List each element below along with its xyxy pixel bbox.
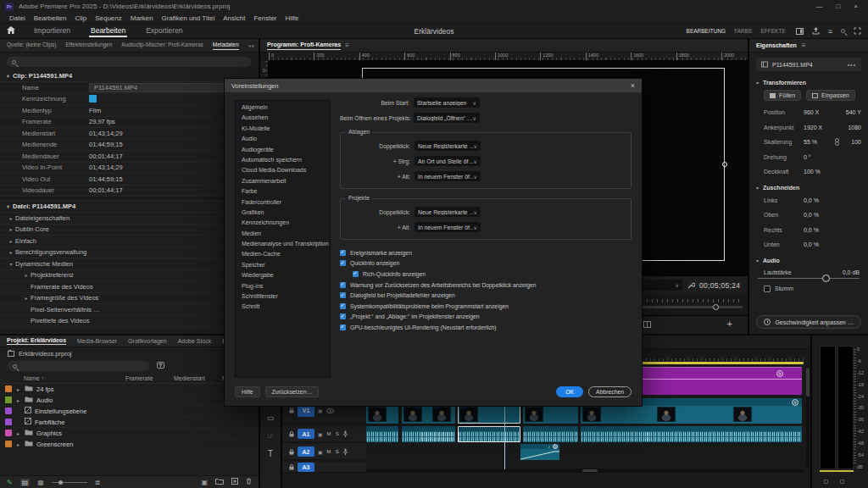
label-color-chip[interactable] [5,385,12,392]
panel-tab[interactable]: Metadaten [213,42,239,50]
column-medienstart[interactable]: Medienstart [174,375,222,381]
preferences-category-item[interactable]: Wiedergabe [236,270,330,280]
panel-tab[interactable]: Audioclip-Mischer: Profi-Kameras [121,42,203,50]
menu-item[interactable]: Datei [5,14,30,22]
maximize-button[interactable]: □ [836,3,840,10]
new-item-icon[interactable] [231,478,238,486]
rotation-value[interactable]: 0 ° [804,154,834,160]
preferences-category-item[interactable]: Kennzeichnungen [236,218,330,228]
workspace-button[interactable]: FARBE [734,28,752,34]
metadata-tree-item[interactable]: ▸ Einfach [0,236,259,247]
filter-bin-icon[interactable] [157,362,164,370]
disclosure-icon[interactable]: ▸ [15,397,21,403]
checkbox-checked-icon[interactable] [340,313,346,319]
project-item-row[interactable]: ▸ Farbfläche [0,417,259,428]
track-target-a1[interactable]: A1 [298,429,314,439]
lock-icon[interactable] [289,431,294,437]
mute-checkbox[interactable] [764,286,771,292]
metadata-tree-item[interactable]: ▸ Framegröße des Videos [0,293,259,305]
panel-tab[interactable]: Grafikvorlagen [128,338,167,344]
audio-clip-selected[interactable] [458,426,520,442]
tree-chevron-icon[interactable]: ▸ [22,295,31,301]
meter-channel-toggles[interactable] [824,480,844,484]
home-icon[interactable] [7,26,15,36]
item-name[interactable]: Farbfläche [35,419,64,426]
sync-lock-icon[interactable]: ▣ [318,431,323,437]
metadata-value[interactable]: 01;43;14;29 [89,130,123,137]
more-options-icon[interactable]: ••• [848,62,856,68]
quick-export-icon[interactable] [812,27,820,35]
metadata-value[interactable]: 01;43;14;29 [89,164,123,171]
metadata-search-input[interactable] [7,57,252,67]
panel-tab[interactable]: Effekteinstellungen [66,42,113,50]
metadata-value[interactable]: 01;44;59;15 [89,175,123,183]
item-name[interactable]: Einstellungsebene [35,408,86,415]
rectangle-tool-icon[interactable]: ▭ [267,413,275,422]
comparison-view-icon[interactable] [643,321,651,330]
anchor-y-value[interactable]: 1080 [843,125,861,130]
help-button[interactable]: Hilfe [235,386,260,397]
sort-options-icon[interactable]: ≣ [95,479,101,486]
preferences-category-item[interactable]: Farbe [236,186,330,197]
scale-value[interactable]: 55 % [804,139,834,145]
menu-item[interactable]: Bearbeiten [30,14,71,22]
label-color-chip[interactable] [5,419,12,425]
sync-lock-icon[interactable]: ▣ [318,449,323,455]
edit-pencil-icon[interactable]: ✎ [7,479,13,486]
preference-checkbox-row[interactable]: Ereignismarke anzeigen [340,247,632,258]
lock-icon[interactable] [289,449,294,455]
audio-clip[interactable] [402,426,455,442]
audio-clip[interactable] [523,426,578,442]
panel-tab[interactable]: Quelle: (keine Clips) [7,42,57,50]
metadata-tree-item[interactable]: ▸ Projektreferenz [0,270,259,282]
preferences-category-item[interactable]: Aussehen [236,113,330,123]
position-y-value[interactable]: 540 Y [843,109,861,115]
checkbox-checked-icon[interactable] [340,324,346,330]
menu-item[interactable]: Ansicht [219,14,249,22]
open-project-dropdown[interactable]: Dialogfeld „Öffnen“ … ∨ [414,113,480,123]
behavior-dropdown[interactable]: Neue Registerkarte … ∨ [415,141,481,151]
disclosure-icon[interactable]: ▸ [15,430,21,436]
preferences-category-item[interactable]: Automatisch speichern [236,155,330,165]
menu-item[interactable]: Sequenz [91,14,126,22]
fx-badge-icon[interactable]: fx [792,399,798,406]
button-editor-icon[interactable]: + [727,319,732,329]
panel-menu-icon[interactable]: ≡ [802,42,806,49]
solo-track-button[interactable]: S [335,449,340,454]
new-bin-icon[interactable] [215,478,224,486]
checkbox-checked-icon[interactable] [340,250,346,256]
preferences-category-item[interactable]: Schnittfenster [236,291,330,302]
metadata-tree-item[interactable]: ▾ Dynamische Medien [0,258,259,270]
behavior-dropdown[interactable]: Neue Registerkarte … ∨ [415,207,481,217]
adjust-speed-button[interactable]: Geschwindigkeit anpassen … [756,315,861,329]
project-item-row[interactable]: ▸ Audio [0,395,259,406]
label-color-chip[interactable] [5,396,12,403]
item-name[interactable]: Audio [36,396,53,404]
dialog-title-bar[interactable]: Voreinstellungen × [225,79,642,92]
reset-button[interactable]: Zurücksetzen… [265,386,320,397]
playback-resolution-dropdown[interactable]: ∨ [640,280,682,291]
preferences-category-item[interactable]: Cloud Media-Downloads [236,165,330,175]
checkbox-checked-icon[interactable] [340,303,346,309]
checkbox-checked-icon[interactable] [340,292,346,298]
menu-item[interactable]: Hilfe [281,14,303,22]
hand-tool-icon[interactable]: ☞ [267,431,274,440]
dialog-close-icon[interactable]: × [631,81,635,90]
mode-tab[interactable]: Exportieren [137,25,191,37]
mic-icon[interactable] [343,430,348,437]
file-section-header[interactable]: ▾ Datei: P1144591.MP4 [0,201,259,213]
checkbox-checked-icon[interactable] [340,260,346,266]
disclosure-icon[interactable]: ▸ [15,386,21,392]
metadata-tree-item[interactable]: ▸ Dateieigenschaften [0,213,259,225]
metadata-value[interactable]: Film [89,107,101,114]
checkbox-checked-icon[interactable] [353,271,359,277]
icon-view-icon[interactable]: ▦ [37,479,44,486]
eye-icon[interactable] [326,408,334,413]
preferences-category-item[interactable]: Plug-ins [236,281,330,291]
position-x-value[interactable]: 960 X [804,109,834,115]
lock-icon[interactable] [289,408,294,413]
preferences-category-item[interactable]: Medienanalyse und Transkription [236,239,330,249]
preferences-category-item[interactable]: Grafiken [236,208,330,218]
search-icon[interactable] [841,27,845,35]
project-item-row[interactable]: ▸ Graphics [0,428,259,439]
